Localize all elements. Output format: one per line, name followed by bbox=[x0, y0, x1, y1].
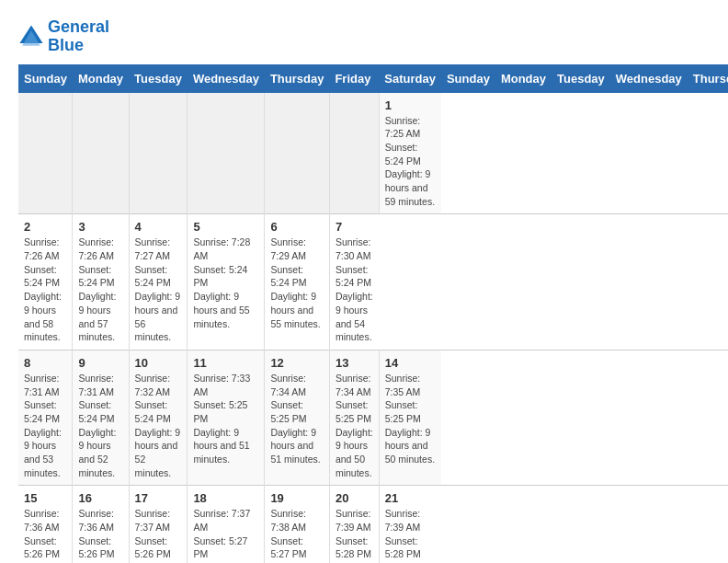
day-cell-4: 4Sunrise: 7:27 AMSunset: 5:24 PMDaylight… bbox=[129, 214, 188, 350]
day-cell-9: 9Sunrise: 7:31 AMSunset: 5:24 PMDaylight… bbox=[73, 350, 129, 486]
calendar-body: 1Sunrise: 7:25 AMSunset: 5:24 PMDaylight… bbox=[18, 93, 728, 563]
day-number: 11 bbox=[193, 356, 258, 370]
day-cell-2: 2Sunrise: 7:26 AMSunset: 5:24 PMDaylight… bbox=[18, 214, 73, 350]
day-number: 12 bbox=[270, 356, 324, 370]
day-cell-13: 13Sunrise: 7:34 AMSunset: 5:25 PMDayligh… bbox=[329, 350, 379, 486]
day-number: 4 bbox=[135, 220, 182, 234]
day-number: 6 bbox=[270, 220, 324, 234]
header-cell-tuesday: Tuesday bbox=[129, 64, 188, 93]
day-cell-8: 8Sunrise: 7:31 AMSunset: 5:24 PMDaylight… bbox=[18, 350, 73, 486]
day-number: 19 bbox=[270, 491, 324, 505]
day-number: 15 bbox=[24, 491, 66, 505]
day-number: 9 bbox=[78, 356, 122, 370]
calendar-week-0: 1Sunrise: 7:25 AMSunset: 5:24 PMDaylight… bbox=[18, 93, 728, 214]
day-cell-18: 18Sunrise: 7:37 AMSunset: 5:27 PMDayligh… bbox=[188, 486, 265, 563]
day-number: 3 bbox=[78, 220, 122, 234]
cell-text: Sunrise: 7:32 AMSunset: 5:24 PMDaylight:… bbox=[135, 373, 181, 478]
cell-text: Sunrise: 7:35 AMSunset: 5:25 PMDaylight:… bbox=[385, 373, 435, 465]
day-number: 5 bbox=[193, 220, 258, 234]
empty-cell bbox=[188, 93, 265, 214]
day-cell-6: 6Sunrise: 7:29 AMSunset: 5:24 PMDaylight… bbox=[265, 214, 330, 350]
calendar-table: SundayMondayTuesdayWednesdayThursdayFrid… bbox=[18, 64, 728, 563]
header-cell-thursday: Thursday bbox=[265, 64, 330, 93]
day-cell-15: 15Sunrise: 7:36 AMSunset: 5:26 PMDayligh… bbox=[18, 486, 73, 563]
calendar-week-3: 15Sunrise: 7:36 AMSunset: 5:26 PMDayligh… bbox=[18, 486, 728, 563]
day-number: 17 bbox=[135, 491, 182, 505]
header-sunday: Sunday bbox=[441, 64, 495, 93]
calendar-header: SundayMondayTuesdayWednesdayThursdayFrid… bbox=[18, 64, 728, 93]
cell-text: Sunrise: 7:29 AMSunset: 5:24 PMDaylight:… bbox=[270, 236, 320, 328]
day-cell-14: 14Sunrise: 7:35 AMSunset: 5:25 PMDayligh… bbox=[379, 350, 441, 486]
day-cell-10: 10Sunrise: 7:32 AMSunset: 5:24 PMDayligh… bbox=[129, 350, 188, 486]
cell-text: Sunrise: 7:39 AMSunset: 5:28 PMDaylight:… bbox=[336, 508, 373, 563]
day-cell-11: 11Sunrise: 7:33 AMSunset: 5:25 PMDayligh… bbox=[188, 350, 265, 486]
day-number: 1 bbox=[385, 98, 436, 112]
cell-text: Sunrise: 7:34 AMSunset: 5:25 PMDaylight:… bbox=[270, 373, 320, 465]
logo: General Blue bbox=[18, 18, 109, 55]
day-cell-5: 5Sunrise: 7:28 AMSunset: 5:24 PMDaylight… bbox=[188, 214, 265, 350]
logo-icon bbox=[18, 24, 44, 50]
header-cell-friday: Friday bbox=[329, 64, 379, 93]
cell-text: Sunrise: 7:26 AMSunset: 5:24 PMDaylight:… bbox=[78, 236, 116, 342]
day-number: 14 bbox=[385, 356, 436, 370]
cell-text: Sunrise: 7:39 AMSunset: 5:28 PMDaylight:… bbox=[385, 508, 435, 563]
day-number: 2 bbox=[24, 220, 66, 234]
cell-text: Sunrise: 7:28 AMSunset: 5:24 PMDaylight:… bbox=[193, 236, 250, 328]
cell-text: Sunrise: 7:31 AMSunset: 5:24 PMDaylight:… bbox=[78, 373, 116, 478]
logo-text: General Blue bbox=[48, 18, 109, 55]
empty-cell bbox=[329, 93, 379, 214]
header-cell-wednesday: Wednesday bbox=[188, 64, 265, 93]
day-cell-20: 20Sunrise: 7:39 AMSunset: 5:28 PMDayligh… bbox=[329, 486, 379, 563]
day-cell-17: 17Sunrise: 7:37 AMSunset: 5:26 PMDayligh… bbox=[129, 486, 188, 563]
cell-text: Sunrise: 7:27 AMSunset: 5:24 PMDaylight:… bbox=[135, 236, 181, 342]
empty-cell bbox=[73, 93, 129, 214]
day-cell-1: 1Sunrise: 7:25 AMSunset: 5:24 PMDaylight… bbox=[379, 93, 441, 214]
day-cell-7: 7Sunrise: 7:30 AMSunset: 5:24 PMDaylight… bbox=[329, 214, 379, 350]
day-number: 21 bbox=[385, 491, 436, 505]
day-number: 20 bbox=[336, 491, 373, 505]
day-cell-12: 12Sunrise: 7:34 AMSunset: 5:25 PMDayligh… bbox=[265, 350, 330, 486]
calendar-week-2: 8Sunrise: 7:31 AMSunset: 5:24 PMDaylight… bbox=[18, 350, 728, 486]
header-cell-saturday: Saturday bbox=[379, 64, 441, 93]
page-header: General Blue bbox=[18, 18, 710, 55]
empty-cell bbox=[129, 93, 188, 214]
cell-text: Sunrise: 7:36 AMSunset: 5:26 PMDaylight:… bbox=[78, 508, 116, 563]
empty-cell bbox=[18, 93, 73, 214]
header-wednesday: Wednesday bbox=[610, 64, 688, 93]
day-number: 10 bbox=[135, 356, 182, 370]
cell-text: Sunrise: 7:38 AMSunset: 5:27 PMDaylight:… bbox=[270, 508, 320, 563]
cell-text: Sunrise: 7:25 AMSunset: 5:24 PMDaylight:… bbox=[385, 115, 435, 207]
header-cell-monday: Monday bbox=[73, 64, 129, 93]
cell-text: Sunrise: 7:37 AMSunset: 5:26 PMDaylight:… bbox=[135, 508, 181, 563]
header-tuesday: Tuesday bbox=[552, 64, 610, 93]
day-number: 16 bbox=[78, 491, 122, 505]
calendar-week-1: 2Sunrise: 7:26 AMSunset: 5:24 PMDaylight… bbox=[18, 214, 728, 350]
day-number: 8 bbox=[24, 356, 66, 370]
day-number: 18 bbox=[193, 491, 258, 505]
day-cell-3: 3Sunrise: 7:26 AMSunset: 5:24 PMDaylight… bbox=[73, 214, 129, 350]
cell-text: Sunrise: 7:31 AMSunset: 5:24 PMDaylight:… bbox=[24, 373, 62, 478]
day-cell-16: 16Sunrise: 7:36 AMSunset: 5:26 PMDayligh… bbox=[73, 486, 129, 563]
day-number: 13 bbox=[336, 356, 373, 370]
cell-text: Sunrise: 7:37 AMSunset: 5:27 PMDaylight:… bbox=[193, 508, 250, 563]
header-thursday: Thursday bbox=[688, 64, 728, 93]
day-cell-21: 21Sunrise: 7:39 AMSunset: 5:28 PMDayligh… bbox=[379, 486, 441, 563]
header-monday: Monday bbox=[495, 64, 552, 93]
cell-text: Sunrise: 7:36 AMSunset: 5:26 PMDaylight:… bbox=[24, 508, 62, 563]
cell-text: Sunrise: 7:26 AMSunset: 5:24 PMDaylight:… bbox=[24, 236, 62, 342]
cell-text: Sunrise: 7:33 AMSunset: 5:25 PMDaylight:… bbox=[193, 373, 250, 465]
cell-text: Sunrise: 7:34 AMSunset: 5:25 PMDaylight:… bbox=[336, 373, 373, 478]
day-cell-19: 19Sunrise: 7:38 AMSunset: 5:27 PMDayligh… bbox=[265, 486, 330, 563]
header-cell-sunday: Sunday bbox=[18, 64, 73, 93]
header-row: SundayMondayTuesdayWednesdayThursdayFrid… bbox=[18, 64, 728, 93]
day-number: 7 bbox=[336, 220, 373, 234]
empty-cell bbox=[265, 93, 330, 214]
cell-text: Sunrise: 7:30 AMSunset: 5:24 PMDaylight:… bbox=[336, 236, 373, 342]
